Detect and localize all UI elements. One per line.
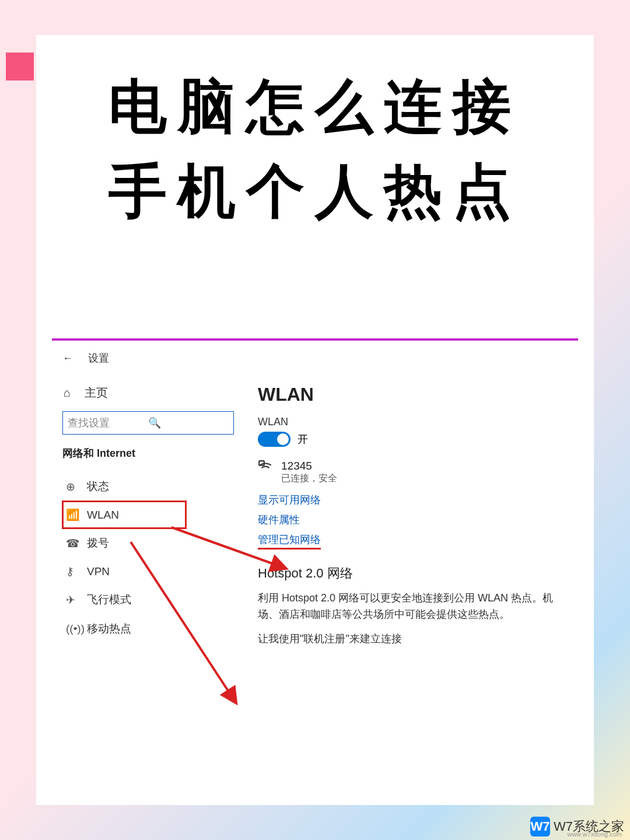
back-icon[interactable]: ← (62, 352, 73, 365)
window-title: 设置 (88, 351, 109, 365)
link-hardware-properties[interactable]: 硬件属性 (258, 513, 568, 527)
sidebar-item-label: WLAN (87, 509, 119, 522)
watermark: W7 W7系统之家 www.w7xitong.com (530, 817, 624, 836)
page-heading: WLAN (258, 384, 568, 405)
network-name: 12345 (281, 460, 337, 473)
search-input[interactable]: 查找设置 🔍 (62, 411, 234, 435)
wifi-lock-icon (258, 460, 274, 478)
home-label: 主页 (85, 385, 108, 401)
dialup-icon: ☎ (66, 537, 79, 550)
toggle-on-icon (258, 432, 290, 447)
status-icon: ⊕ (66, 480, 79, 494)
watermark-url: www.w7xitong.com (567, 831, 622, 838)
network-status: 已连接，安全 (281, 473, 337, 485)
content-pane: WLAN WLAN 开 12345 已连接，安全 显示可用网络 硬件属性 (247, 370, 578, 788)
sidebar-item-wlan[interactable]: 📶 WLAN (62, 501, 186, 528)
title-line-2: 手机个人热点 (60, 149, 570, 233)
watermark-logo: W7 (530, 817, 550, 836)
link-manage-label: 管理已知网络 (258, 533, 321, 550)
document-card: 电脑怎么连接 手机个人热点 ← 设置 ⌂ 主页 查找设置 🔍 网络和 Inter… (36, 35, 594, 805)
sidebar-item-label: 状态 (87, 479, 109, 494)
vpn-icon: ⚷ (66, 565, 79, 578)
sidebar-home[interactable]: ⌂ 主页 (62, 380, 247, 411)
sidebar-item-label: 拨号 (87, 536, 109, 551)
article-title: 电脑怎么连接 手机个人热点 (36, 35, 594, 239)
hotspot-body-2: 让我使用"联机注册"来建立连接 (258, 631, 568, 648)
accent-square (6, 52, 34, 80)
settings-screenshot: ← 设置 ⌂ 主页 查找设置 🔍 网络和 Internet ⊕ 状态 (52, 338, 578, 788)
wlan-sublabel: WLAN (258, 416, 568, 428)
sidebar: ⌂ 主页 查找设置 🔍 网络和 Internet ⊕ 状态 📶 WLAN (52, 370, 247, 788)
link-show-networks[interactable]: 显示可用网络 (258, 493, 568, 507)
hotspot-heading: Hotspot 2.0 网络 (258, 565, 568, 582)
title-line-1: 电脑怎么连接 (60, 64, 570, 149)
sidebar-item-label: 移动热点 (87, 621, 131, 636)
sidebar-item-label: 飞行模式 (87, 592, 131, 607)
home-icon: ⌂ (64, 386, 76, 400)
sidebar-item-label: VPN (87, 565, 110, 578)
connected-network[interactable]: 12345 已连接，安全 (258, 460, 568, 485)
link-manage-known-networks[interactable]: 管理已知网络 (258, 533, 568, 550)
search-icon: 🔍 (148, 416, 229, 429)
airplane-icon: ✈ (66, 593, 79, 607)
search-placeholder: 查找设置 (68, 416, 148, 430)
sidebar-item-status[interactable]: ⊕ 状态 (62, 472, 247, 501)
hotspot-body: 利用 Hotspot 2.0 网络可以更安全地连接到公用 WLAN 热点。机场、… (258, 590, 568, 623)
sidebar-item-hotspot[interactable]: ((•)) 移动热点 (62, 614, 247, 643)
toggle-state-label: 开 (298, 432, 308, 446)
window-header: ← 设置 (52, 341, 578, 370)
sidebar-item-airplane[interactable]: ✈ 飞行模式 (62, 585, 247, 614)
sidebar-section-label: 网络和 Internet (62, 446, 247, 460)
sidebar-item-vpn[interactable]: ⚷ VPN (62, 558, 247, 585)
wlan-toggle[interactable]: 开 (258, 432, 568, 447)
sidebar-item-dialup[interactable]: ☎ 拨号 (62, 528, 247, 558)
hotspot-icon: ((•)) (66, 622, 79, 635)
wifi-icon: 📶 (66, 508, 79, 522)
